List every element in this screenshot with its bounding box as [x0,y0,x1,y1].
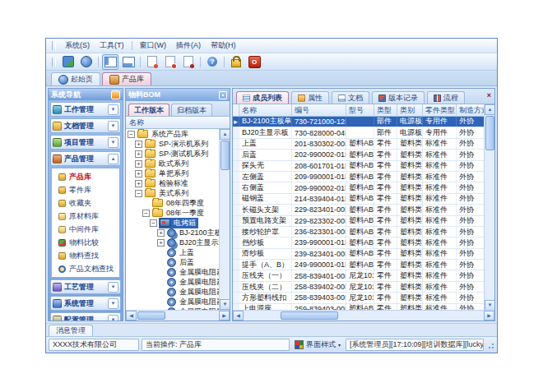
member-tab-0[interactable]: 成员列表 [236,91,289,104]
tree-node-6[interactable]: −美式系列 [126,188,219,198]
tree-node-1[interactable]: +SP-演示机系列 [126,139,219,149]
expand-icon[interactable]: + [135,170,142,178]
table-row[interactable]: 压线夹（二）258-839402-00I尼龙1010零件塑料类标准件外协条 [233,282,494,293]
column-header-4[interactable]: 类别 [397,104,423,116]
toolbar-button-interface-style[interactable] [60,54,77,70]
collapse-icon[interactable]: − [150,219,157,227]
sidebar-item-2[interactable]: 收藏夹 [52,196,119,210]
sidebar-group-3[interactable]: 产品管理▴ [50,151,121,166]
table-row[interactable]: 左侧盖209-990001-01I塑料ABS零件塑料类标准件外协条 [233,172,494,182]
tree-node-3[interactable]: +欧式系列 [126,159,219,168]
toolbar-button-web[interactable] [78,54,95,70]
table-row[interactable]: ▸BJ-2100主板单点730-721000-12I部件电源板专用件外协颗 [233,117,494,127]
tree-node-4[interactable]: +单把系列 [126,168,219,178]
expand-icon[interactable]: + [157,229,165,237]
tree-node-11[interactable]: +BJ20主显示板 [126,238,219,247]
menu-item-2[interactable]: 窗口(W) [135,39,172,53]
bom-column-header[interactable]: 名称 [126,117,230,129]
sidebar-item-6[interactable]: 物料查找 [52,249,119,262]
toolbar-button-help[interactable]: ? [204,54,220,70]
table-row[interactable]: 预置电路支架229-823302-00I塑料ABS零件塑料类标准件外协条 [233,216,494,227]
expand-icon[interactable]: + [135,150,142,158]
tree-node-13[interactable]: 后盖 [126,257,219,267]
sidebar-item-5[interactable]: 物料比较 [52,236,119,249]
toolbar-button-navigation-panel[interactable] [102,54,118,70]
member-tab-2[interactable]: 文档 [332,91,369,104]
column-header-3[interactable]: 类型 [374,104,397,116]
chevron-down-icon[interactable]: ▾ [108,104,118,115]
sidebar-item-0[interactable]: 产品库 [52,170,119,183]
sidebar-item-4[interactable]: 中间件库 [52,223,119,236]
table-row[interactable]: 磁钢盖214-839404-01I塑料ABS零件塑料类标准件外协条 [233,194,494,205]
tree-node-12[interactable]: 上盖 [126,247,219,257]
tree-node-14[interactable]: 金属膜电阻器 [126,267,219,277]
tree-node-15[interactable]: 金属膜电阻器 [126,277,219,287]
toolbar-button-doc-action-2[interactable] [162,54,179,70]
chevron-down-icon[interactable]: ▾ [108,298,118,309]
menu-item-0[interactable]: 系统(S) [60,39,95,53]
scroll-left-icon[interactable]: ◀ [126,311,137,321]
chevron-down-icon[interactable]: ▾ [108,121,118,131]
sidebar-group-6[interactable]: 配置管理▾ [50,312,121,321]
scroll-up-icon[interactable]: ▲ [220,129,230,140]
table-row[interactable]: 长磁头支架229-823401-00I塑料ABS零件塑料类标准件外协条 [233,205,494,215]
toolbar-button-doc-action-3[interactable] [180,54,197,70]
sidebar-item-1[interactable]: 零件库 [52,183,119,196]
expand-icon[interactable]: + [157,239,165,247]
sidebar-group-5[interactable]: 系统管理▾ [50,296,121,311]
menubar-grip[interactable] [52,41,56,50]
column-header-1[interactable]: 编号 [292,104,346,116]
tree-node-7[interactable]: 08年四季度 [126,198,219,208]
table-row[interactable]: 方形塑料线扣258-839403-00I尼龙1010零件塑料类标准件外协条 [233,293,494,303]
table-row[interactable]: 上盖201-830302-00I塑料ABS零件塑料类标准件外协条 [233,139,494,150]
tree-node-0[interactable]: −系统产品库 [126,129,219,139]
chevron-down-icon[interactable]: ▾ [108,282,118,293]
column-header-5[interactable]: 零件类型 [423,104,457,116]
member-tab-3[interactable]: 版本记录 [372,91,425,104]
column-header-0[interactable]: 名称 [239,104,292,116]
toolbar-grip[interactable] [52,58,56,67]
sidebar-header-icon[interactable] [111,90,120,99]
tree-node-17[interactable]: 金属膜电阻器 [126,297,219,307]
expand-icon[interactable]: + [135,141,142,148]
close-icon[interactable]: × [487,91,491,99]
menu-item-3[interactable]: 插件(A) [171,39,206,53]
toolbar-button-workspace-window[interactable] [120,54,137,70]
scroll-right-icon[interactable]: ▶ [484,311,494,321]
collapse-icon[interactable]: − [142,210,150,217]
table-row[interactable]: 探头壳208-601701-01I塑料ABS零件塑料类标准件外协条 [233,161,494,172]
tree-node-2[interactable]: +SP-测试机系列 [126,149,219,159]
scroll-right-icon[interactable]: ▶ [219,311,230,321]
member-tab-4[interactable]: 流程 [427,91,465,104]
tree-node-10[interactable]: +BJ-2100主板单点 [126,228,219,238]
tree-node-9[interactable]: −电烤箱 [126,218,219,228]
toolbar-button-doc-action-1[interactable] [144,54,160,70]
sidebar-group-1[interactable]: 文档管理▾ [50,118,121,133]
tree-node-16[interactable]: 金属膜电阻器 [126,287,219,297]
table-row[interactable]: 右侧盖209-990002-01I塑料ABS零件塑料类标准件外协条 [233,182,494,193]
table-row[interactable]: 后盖202-990002-01I塑料ABS零件塑料类标准件外协条 [233,150,494,160]
table-hscroll-thumb[interactable] [281,311,338,320]
tree-node-5[interactable]: +检验标准 [126,178,219,188]
chevron-down-icon[interactable]: ▾ [108,137,118,148]
bom-hscroll-thumb[interactable] [137,311,165,320]
expand-icon[interactable]: + [135,160,142,168]
bom-tab-1[interactable]: 归档版本 [171,104,212,116]
collapse-icon[interactable]: − [135,190,142,197]
table-row[interactable]: 接纱轮护罩236-823301-00I塑料ABS零件塑料类标准件外协条 [233,227,494,238]
column-header-2[interactable]: 型号 [346,104,374,116]
bom-vertical-scrollbar[interactable]: ▲ ▼ [219,129,230,310]
resize-grip[interactable] [486,341,494,349]
menu-item-1[interactable]: 工具(T) [95,39,129,53]
doc-tab-start-page[interactable]: 起始页 [51,72,100,85]
scroll-down-icon[interactable]: ▼ [220,299,230,310]
sidebar-group-4[interactable]: 工艺管理▾ [50,279,121,294]
table-horizontal-scrollbar[interactable]: ◀ ▶ [233,310,494,321]
bom-horizontal-scrollbar[interactable]: ◀ ▶ [126,310,230,321]
scroll-up-icon[interactable]: ▲ [485,104,494,115]
table-row[interactable]: BJ20主显示板730-828000-04I部件电源板专用件外协颗 [233,127,494,138]
table-row[interactable]: 提手（A、B）249-990001-01I塑料ABS零件塑料类标准件外协条 [233,260,494,270]
scroll-left-icon[interactable]: ◀ [233,311,244,321]
tree-node-8[interactable]: −08年一季度 [126,208,219,218]
tab-message-manage[interactable]: 消息管理 [49,325,93,336]
